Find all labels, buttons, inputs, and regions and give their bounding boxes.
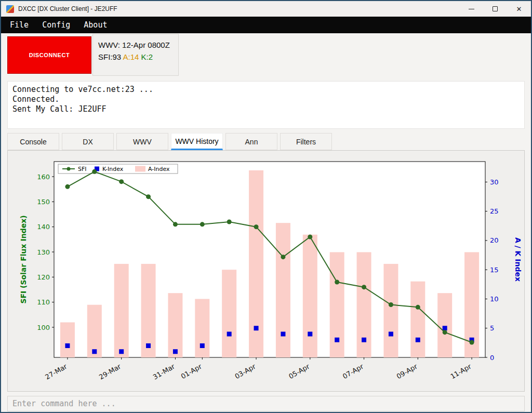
svg-text:100: 100 xyxy=(37,324,50,331)
svg-text:01-Apr: 01-Apr xyxy=(180,362,204,380)
window-controls: ✕ xyxy=(459,1,531,17)
console-line: Connecting to ve7cc.net:23 ... xyxy=(12,85,520,95)
wwv-sfi-value: SFI:93 xyxy=(98,52,121,61)
command-input[interactable] xyxy=(7,396,525,411)
menu-about[interactable]: About xyxy=(77,18,114,32)
minimize-button[interactable] xyxy=(459,1,483,17)
close-button[interactable]: ✕ xyxy=(507,1,531,17)
titlebar: DXCC [DX Cluster Client] - JE2UFF ✕ xyxy=(1,1,531,17)
tab-wwv[interactable]: WWV xyxy=(116,133,168,150)
svg-text:140: 140 xyxy=(37,223,50,231)
window-title: DXCC [DX Cluster Client] - JE2UFF xyxy=(18,5,117,12)
maximize-icon xyxy=(493,6,498,11)
svg-text:120: 120 xyxy=(37,273,50,281)
svg-text:30: 30 xyxy=(490,178,499,186)
app-icon xyxy=(6,5,14,13)
svg-text:09-Apr: 09-Apr xyxy=(395,362,419,380)
svg-text:05-Apr: 05-Apr xyxy=(287,362,311,380)
console-line: Sent My Call: JE2UFF xyxy=(12,104,520,114)
wwv-history-panel: SFIK-IndexA-Index10011012013014015016005… xyxy=(7,150,525,392)
svg-text:31-Mar: 31-Mar xyxy=(152,362,177,381)
wwv-k-value: K:2 xyxy=(141,52,153,61)
wwv-history-chart: SFIK-IndexA-Index10011012013014015016005… xyxy=(8,154,524,387)
tab-dx[interactable]: DX xyxy=(62,133,114,150)
command-bar xyxy=(7,396,525,411)
menu-bar: File Config About xyxy=(1,17,531,33)
svg-text:07-Apr: 07-Apr xyxy=(341,362,365,380)
maximize-button[interactable] xyxy=(483,1,507,17)
tab-bar: Console DX WWV WWV History Ann Filters xyxy=(7,133,525,150)
svg-text:25: 25 xyxy=(490,207,499,215)
tab-console[interactable]: Console xyxy=(7,133,59,150)
svg-text:5: 5 xyxy=(490,324,494,332)
menu-config[interactable]: Config xyxy=(35,18,77,32)
svg-text:A-Index: A-Index xyxy=(148,166,170,172)
svg-text:K-Index: K-Index xyxy=(102,166,124,172)
tab-ann[interactable]: Ann xyxy=(225,133,277,150)
minimize-icon xyxy=(469,9,474,9)
svg-text:15: 15 xyxy=(490,266,499,274)
svg-text:29-Mar: 29-Mar xyxy=(98,362,123,381)
menu-file[interactable]: File xyxy=(3,18,35,32)
close-icon: ✕ xyxy=(516,5,522,13)
wwv-a-value: A:14 xyxy=(123,52,139,61)
svg-text:130: 130 xyxy=(37,248,50,256)
tab-filters[interactable]: Filters xyxy=(280,133,332,150)
svg-text:03-Apr: 03-Apr xyxy=(233,362,257,380)
svg-text:SFI (Solar Flux Index): SFI (Solar Flux Index) xyxy=(19,215,28,303)
svg-text:20: 20 xyxy=(490,236,499,244)
svg-text:SFI: SFI xyxy=(78,166,87,172)
svg-text:110: 110 xyxy=(37,298,50,306)
wwv-header: WWV: 12-Apr 0800Z xyxy=(98,39,178,51)
app-window: DXCC [DX Cluster Client] - JE2UFF ✕ File… xyxy=(0,0,532,413)
svg-text:0: 0 xyxy=(490,354,494,362)
toolbar: DISCONNECT WWV: 12-Apr 0800Z SFI:93 A:14… xyxy=(1,33,531,80)
svg-text:150: 150 xyxy=(37,198,50,206)
tab-wwv-history[interactable]: WWV History xyxy=(171,133,223,150)
console-output[interactable]: Connecting to ve7cc.net:23 ... Connected… xyxy=(7,81,525,129)
wwv-info-panel: WWV: 12-Apr 0800Z SFI:93 A:14 K:2 xyxy=(92,34,179,76)
svg-text:10: 10 xyxy=(490,295,499,303)
console-line: Connected. xyxy=(12,95,520,104)
svg-text:160: 160 xyxy=(37,173,50,181)
disconnect-button[interactable]: DISCONNECT xyxy=(7,36,91,74)
wwv-values: SFI:93 A:14 K:2 xyxy=(98,51,178,63)
svg-text:A / K Index: A / K Index xyxy=(514,237,522,282)
svg-text:11-Apr: 11-Apr xyxy=(449,362,473,380)
svg-text:27-Mar: 27-Mar xyxy=(44,362,69,381)
